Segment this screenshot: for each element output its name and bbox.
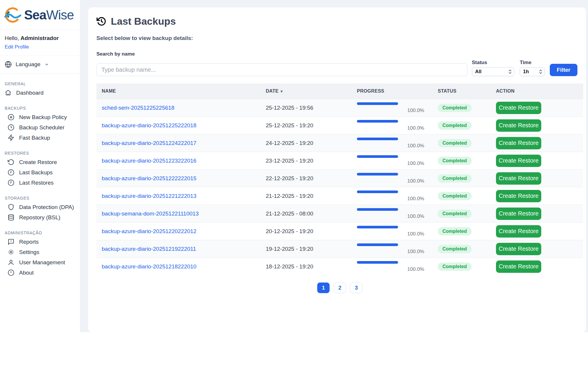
filter-bar: Status All Time 1h Filter	[96, 60, 577, 76]
pagination: 1 2 3	[96, 283, 583, 293]
history-icon	[96, 16, 106, 26]
create-restore-button[interactable]: Create Restore	[496, 243, 541, 255]
database-icon	[8, 214, 14, 221]
backup-date: 21-12-2025 - 19:20	[266, 193, 313, 199]
create-restore-button[interactable]: Create Restore	[496, 172, 541, 185]
table-row: backup-azure-diario-20251224222017 24-12…	[96, 134, 583, 152]
progress-bar	[357, 208, 398, 211]
status-badge: Completed	[438, 104, 472, 112]
sidebar-item-create-restore[interactable]: Create Restore	[5, 157, 75, 167]
backup-name-link[interactable]: backup-azure-diario-20251223222016	[102, 158, 196, 164]
sidebar-item-user-management[interactable]: User Management	[5, 257, 75, 268]
create-restore-button[interactable]: Create Restore	[496, 208, 541, 220]
section-label-restores: RESTORES	[5, 151, 75, 156]
status-select-value: All	[475, 69, 482, 75]
progress-bar	[357, 138, 398, 140]
backup-name-link[interactable]: backup-azure-diario-20251218222010	[102, 263, 196, 270]
progress-bar	[357, 120, 398, 123]
section-label-administracao: ADMINISTRAÇÃO	[5, 230, 75, 235]
backup-name-link[interactable]: backup-semana-dom-20251221110013	[102, 210, 199, 217]
backup-date: 25-12-2025 - 19:56	[266, 105, 313, 111]
progress-cell: 100.0%	[352, 155, 430, 166]
create-restore-button[interactable]: Create Restore	[496, 102, 541, 114]
sidebar-item-new-backup-policy[interactable]: New Backup Policy	[5, 112, 75, 122]
page-subtitle: Select below to view backup details:	[96, 35, 586, 41]
backup-name-link[interactable]: backup-azure-diario-20251221222013	[102, 193, 196, 199]
edit-profile-link[interactable]: Edit Profile	[5, 44, 29, 50]
backup-name-link[interactable]: backup-azure-diario-20251224222017	[102, 140, 196, 146]
language-selector[interactable]: Language	[0, 56, 80, 73]
home-icon	[5, 89, 11, 96]
backup-date: 18-12-2025 - 19:20	[266, 263, 313, 270]
filter-button[interactable]: Filter	[550, 64, 577, 76]
create-restore-button[interactable]: Create Restore	[496, 155, 541, 167]
search-label: Search by name	[96, 51, 586, 57]
sidebar-item-backup-scheduler[interactable]: Backup Scheduler	[5, 122, 75, 133]
create-restore-button[interactable]: Create Restore	[496, 190, 541, 202]
status-badge: Completed	[438, 245, 472, 253]
sidebar-item-reports[interactable]: Reports	[5, 237, 75, 247]
backup-name-link[interactable]: backup-azure-diario-20251220222012	[102, 228, 196, 234]
backup-date: 25-12-2025 - 19:20	[266, 122, 313, 128]
sidebar-item-dashboard[interactable]: Dashboard	[5, 88, 75, 98]
backup-name-link[interactable]: backup-azure-diario-20251219222011	[102, 246, 196, 252]
sidebar-item-repository[interactable]: Repostory (BSL)	[5, 212, 75, 223]
progress-cell: 100.0%	[352, 243, 430, 255]
backup-date: 23-12-2025 - 19:20	[266, 158, 313, 164]
sidebar-item-data-protection[interactable]: Data Protection (DPA)	[5, 202, 75, 212]
column-header-action: ACTION	[496, 88, 583, 94]
backup-name-link[interactable]: sched-sem-20251225225618	[102, 105, 174, 111]
table-row: backup-azure-diario-20251225222018 25-12…	[96, 116, 583, 134]
sidebar-item-last-backups[interactable]: Last Backups	[5, 167, 75, 178]
shield-icon	[8, 204, 14, 210]
table-header: NAME DATE ▾ PROGRESS STATUS ACTION	[96, 83, 583, 99]
create-restore-button[interactable]: Create Restore	[496, 137, 541, 149]
select-stepper-icon	[539, 69, 543, 74]
progress-percent: 100.0%	[357, 213, 424, 219]
page-button-2[interactable]: 2	[334, 283, 346, 293]
progress-cell: 100.0%	[352, 138, 430, 149]
column-header-name[interactable]: NAME	[96, 88, 260, 94]
brand-logo: SeaWise	[0, 0, 80, 30]
progress-percent: 100.0%	[357, 231, 424, 237]
table-row: sched-sem-20251225225618 25-12-2025 - 19…	[96, 99, 583, 116]
progress-bar	[357, 261, 398, 264]
progress-cell: 100.0%	[352, 208, 430, 219]
create-restore-button[interactable]: Create Restore	[496, 260, 541, 273]
globe-icon	[5, 61, 12, 68]
search-input[interactable]	[96, 63, 467, 76]
table-row: backup-azure-diario-20251222222015 22-12…	[96, 169, 583, 187]
status-badge: Completed	[438, 263, 472, 271]
progress-percent: 100.0%	[357, 143, 424, 149]
create-restore-button[interactable]: Create Restore	[496, 225, 541, 238]
sidebar-item-about[interactable]: About	[5, 268, 75, 278]
create-restore-button[interactable]: Create Restore	[496, 119, 541, 132]
progress-bar	[357, 243, 398, 246]
column-header-progress[interactable]: PROGRESS	[352, 88, 430, 94]
backup-date: 24-12-2025 - 19:20	[266, 140, 313, 146]
backup-date: 20-12-2025 - 19:20	[266, 228, 313, 234]
backup-date: 21-12-2025 - 08:00	[266, 210, 313, 217]
backup-name-link[interactable]: backup-azure-diario-20251222222015	[102, 175, 196, 181]
status-badge: Completed	[438, 121, 472, 130]
sidebar-item-last-restores[interactable]: Last Restores	[5, 178, 75, 188]
page-button-3[interactable]: 3	[350, 283, 363, 293]
table-row: backup-semana-dom-20251221110013 21-12-2…	[96, 205, 583, 222]
backup-name-link[interactable]: backup-azure-diario-20251225222018	[102, 122, 196, 128]
time-select[interactable]: 1h	[520, 67, 545, 76]
progress-cell: 100.0%	[352, 226, 430, 237]
status-badge: Completed	[438, 210, 472, 218]
backup-date: 19-12-2025 - 19:20	[266, 246, 313, 252]
sidebar-item-settings[interactable]: Settings	[5, 247, 75, 257]
progress-bar	[357, 191, 398, 193]
progress-cell: 100.0%	[352, 191, 430, 202]
progress-bar	[357, 102, 398, 105]
column-header-status[interactable]: STATUS	[430, 88, 496, 94]
progress-percent: 100.0%	[357, 249, 424, 255]
last-backups-card: Last Backups Select below to view backup…	[88, 7, 586, 332]
table-row: backup-azure-diario-20251221222013 21-12…	[96, 187, 583, 205]
page-button-1[interactable]: 1	[317, 283, 330, 293]
sidebar-item-fast-backup[interactable]: Fast Backup	[5, 133, 75, 143]
column-header-date[interactable]: DATE ▾	[260, 88, 352, 94]
status-select[interactable]: All	[472, 67, 514, 76]
